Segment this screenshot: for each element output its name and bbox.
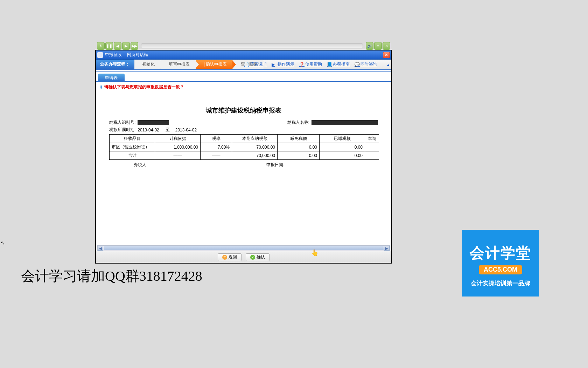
scroll-left-button[interactable]: ◀ [98, 246, 103, 251]
scroll-thumb[interactable] [104, 246, 384, 250]
cell-paid-total: 0.00 [320, 151, 365, 160]
th-payable: 本期应纳税额 [232, 135, 278, 143]
cell-reduction: 0.00 [278, 143, 320, 151]
pause-button[interactable]: ❚❚ [105, 42, 113, 50]
doc-icon: 📄 [244, 62, 249, 67]
cell-rate-total: —— [201, 151, 232, 160]
taxpayer-name-value [312, 120, 378, 125]
close-button[interactable]: ✕ [383, 52, 390, 58]
back-icon: ↶ [222, 255, 227, 260]
th-reduction: 减免税额 [278, 135, 320, 143]
progress-track[interactable] [141, 43, 363, 48]
cell-basis-total: —— [155, 151, 201, 160]
period-to-label: 至 [166, 127, 170, 133]
declare-date-label: 申报日期: [266, 162, 284, 168]
form-title: 城市维护建设税纳税申报表 [99, 106, 388, 115]
step-forward-button[interactable]: ▶▶ [131, 42, 138, 50]
volume-button[interactable]: 🔊 [366, 42, 373, 50]
link-help[interactable]: ❓使用帮助 [299, 61, 322, 67]
tab-bar: 申请表 [96, 74, 391, 82]
workflow-label: 业务办理流程： [96, 60, 134, 69]
collapse-icon[interactable]: ▴ [387, 62, 389, 67]
logo-block: 会计学堂 ACC5.COM 会计实操培训第一品牌 [462, 230, 539, 297]
cursor-icon: 👆 [311, 249, 318, 257]
tax-table: 征收品目 计税依据 税率 本期应纳税额 减免税额 已缴税额 本期 市区（营业税附… [109, 134, 379, 160]
logo-badge: ACC5.COM [479, 265, 522, 274]
workflow-step-fill[interactable]: 填写申报表 [161, 60, 195, 69]
cell-extra-total [365, 151, 379, 160]
confirm-notice: ⬇ 请确认下表与您填报的申报数据是否一致？ [96, 82, 391, 92]
link-demo[interactable]: ▶操作演示 [272, 61, 294, 67]
workflow-step-init[interactable]: 初始化 [134, 60, 160, 69]
period-from: 2013-04-02 [138, 128, 159, 132]
list-button[interactable]: ≡ [374, 42, 382, 50]
table-row-total: 合计 —— —— 70,000.00 0.00 0.00 [110, 151, 379, 160]
cell-payable-total: 70,000.00 [232, 151, 278, 160]
separator-line [96, 69, 391, 71]
form-meta-row1: 纳税人识别号: 纳税人名称: [99, 120, 388, 125]
help-icon: ❓ [299, 62, 304, 67]
back-button[interactable]: ↶ 返回 [218, 253, 241, 261]
confirm-button[interactable]: ✓ 确认 [246, 253, 270, 261]
link-consult[interactable]: 💬即时咨询 [355, 61, 377, 67]
cell-paid: 0.00 [320, 143, 365, 151]
workflow-step-confirm[interactable]: | 确认申报表 [196, 60, 232, 69]
period-label: 税款所属时期: [109, 127, 135, 133]
close-player-button[interactable]: ✕ [383, 42, 390, 50]
taxpayer-name-label: 纳税人名称: [287, 120, 309, 125]
logo-sub: 会计实操培训第一品牌 [462, 279, 539, 287]
play-button[interactable]: ▶ [122, 42, 130, 50]
button-bar: ↶ 返回 ✓ 确认 [96, 251, 391, 263]
play-icon: ▶ [272, 62, 276, 67]
logo-main: 会计学堂 [462, 243, 539, 263]
step-back-button[interactable]: ◀ [114, 42, 121, 50]
check-icon: ✓ [250, 255, 255, 260]
workflow-bar: 业务办理流程： 初始化 填写申报表 | 确认申报表 查看回执 📄填表说明 ▶操作… [96, 60, 391, 69]
cell-basis: 1,000,000.00 [155, 143, 201, 151]
cell-extra [365, 143, 379, 151]
dialog-icon [97, 52, 103, 58]
cell-reduction-total: 0.00 [278, 151, 320, 160]
th-current: 本期 [365, 135, 379, 143]
taxpayer-id-label: 纳税人识别号: [109, 120, 135, 125]
dialog-title: 申报征收 -- 网页对话框 [105, 52, 148, 58]
tab-application[interactable]: 申请表 [98, 74, 125, 82]
form-meta-row2: 税款所属时期: 2013-04-02 至 2013-04-02 [99, 127, 388, 133]
video-player-controls: ↻ ❚❚ ◀ ▶ ▶▶ 🔊 ≡ ✕ [97, 42, 390, 50]
declaration-dialog: 申报征收 -- 网页对话框 ✕ 业务办理流程： 初始化 填写申报表 | 确认申报… [95, 50, 392, 264]
reload-button[interactable]: ↻ [97, 42, 105, 50]
taxpayer-id-value [138, 120, 169, 125]
chat-icon: 💬 [355, 62, 359, 67]
form-footer: 办税人: 申报日期: [99, 160, 388, 168]
link-taxguide[interactable]: 📘办税指南 [327, 61, 350, 67]
book-icon: 📘 [327, 62, 332, 67]
cell-item-total: 合计 [110, 151, 155, 160]
cell-item: 市区（营业税附征） [110, 143, 155, 151]
scroll-right-button[interactable]: ▶ [384, 246, 390, 251]
th-basis: 计税依据 [155, 135, 201, 143]
th-paid: 已缴税额 [320, 135, 365, 143]
th-item: 征收品目 [110, 135, 155, 143]
arrow-down-icon: ⬇ [99, 85, 103, 90]
horizontal-scrollbar[interactable]: ◀ ▶ [97, 245, 390, 251]
content-area: 城市维护建设税纳税申报表 纳税人识别号: 纳税人名称: 税款所属时期: 2013… [96, 92, 391, 246]
handler-label: 办税人: [134, 162, 147, 168]
cell-payable: 70,000.00 [232, 143, 278, 151]
dialog-titlebar: 申报征收 -- 网页对话框 ✕ [96, 50, 391, 60]
overlay-text: 会计学习请加QQ群318172428 [21, 266, 202, 286]
system-cursor-icon: ↖ [1, 240, 5, 246]
th-rate: 税率 [201, 135, 232, 143]
table-row: 市区（营业税附征） 1,000,000.00 7.00% 70,000.00 0… [110, 143, 379, 151]
table-header-row: 征收品目 计税依据 税率 本期应纳税额 减免税额 已缴税额 本期 [110, 135, 379, 143]
period-to: 2013-04-02 [175, 128, 197, 132]
cell-rate: 7.00% [201, 143, 232, 151]
